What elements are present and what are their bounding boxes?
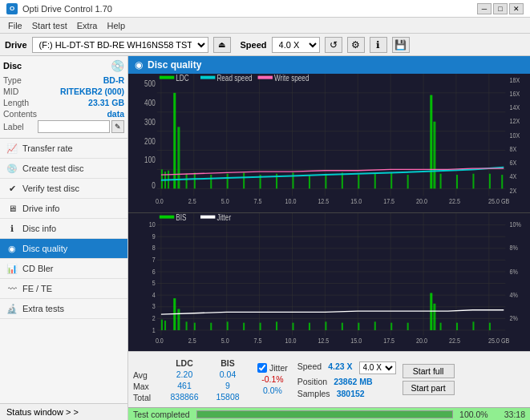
nav-create-test-disc[interactable]: 💿 Create test disc xyxy=(0,159,127,179)
disc-mid-label: MID xyxy=(3,87,18,96)
app-title: Opti Drive Control 1.70 xyxy=(22,4,112,14)
action-buttons: Start full Start part xyxy=(403,364,455,395)
info-button[interactable]: ℹ xyxy=(370,37,387,53)
svg-text:0.0: 0.0 xyxy=(156,335,164,344)
jitter-max: 0.0% xyxy=(257,386,288,395)
svg-rect-136 xyxy=(456,322,458,329)
speed-select-stats[interactable]: 4.0 X xyxy=(359,361,396,374)
svg-text:12.5: 12.5 xyxy=(318,196,329,205)
disc-label-edit-button[interactable]: ✎ xyxy=(111,120,124,133)
progress-percent: 100.0% xyxy=(459,410,488,419)
minimize-button[interactable]: ─ xyxy=(477,3,492,14)
svg-rect-126 xyxy=(309,322,310,329)
start-full-button[interactable]: Start full xyxy=(403,364,455,378)
drivebar: Drive (F:) HL-DT-ST BD-RE WH16NS58 TST4 … xyxy=(0,34,530,56)
bottom-chart-svg: 10 9 8 7 6 5 4 3 2 1 10% 8% 6% 4% 2% xyxy=(128,213,530,352)
svg-text:7: 7 xyxy=(152,255,156,264)
progress-time: 33:18 xyxy=(504,410,525,419)
drive-select[interactable]: (F:) HL-DT-ST BD-RE WH16NS58 TST4 xyxy=(32,37,208,53)
nav-disc-info[interactable]: ℹ Disc info xyxy=(0,219,127,239)
menu-file[interactable]: File xyxy=(3,20,27,31)
menu-extra[interactable]: Extra xyxy=(72,20,103,31)
chart-area: 500 400 300 200 100 0 18X 16X 14X 12X 10… xyxy=(128,74,530,351)
status-window-button[interactable]: Status window > > xyxy=(0,403,127,420)
top-chart: 500 400 300 200 100 0 18X 16X 14X 12X 10… xyxy=(128,74,530,213)
svg-rect-120 xyxy=(210,322,212,329)
progress-bar-fill xyxy=(197,411,452,418)
svg-rect-55 xyxy=(440,174,442,189)
nav-extra-tests[interactable]: 🔬 Extra tests xyxy=(0,299,127,319)
nav-fe-te[interactable]: 〰 FE / TE xyxy=(0,279,127,299)
avg-label: Avg xyxy=(133,370,161,380)
disc-icon: 💿 xyxy=(111,59,124,72)
svg-rect-0 xyxy=(128,74,530,212)
titlebar-left: O Opti Drive Control 1.70 xyxy=(6,3,112,14)
svg-rect-115 xyxy=(164,321,166,330)
menu-start-test[interactable]: Start test xyxy=(27,20,72,31)
speed-label: Speed xyxy=(241,40,267,50)
svg-rect-131 xyxy=(390,322,392,329)
svg-rect-60 xyxy=(160,76,174,79)
bottom-stats-bar: Avg Max Total LDC 2.20 461 838866 BIS 0.… xyxy=(128,351,530,420)
titlebar: O Opti Drive Control 1.70 ─ □ ✕ xyxy=(0,0,530,18)
svg-rect-141 xyxy=(200,215,215,218)
speed-value: 4.23 X xyxy=(328,361,352,374)
menu-help[interactable]: Help xyxy=(102,20,130,31)
svg-rect-121 xyxy=(227,321,229,330)
svg-text:12X: 12X xyxy=(509,116,520,125)
svg-text:4: 4 xyxy=(152,289,156,298)
svg-text:4%: 4% xyxy=(509,289,518,298)
save-button[interactable]: 💾 xyxy=(392,37,410,53)
svg-text:18X: 18X xyxy=(509,75,520,84)
svg-rect-52 xyxy=(407,175,409,188)
refresh-button[interactable]: ↺ xyxy=(325,37,342,53)
maximize-button[interactable]: □ xyxy=(493,3,508,14)
jitter-checkbox[interactable] xyxy=(257,363,267,373)
disc-quality-header-icon: ◉ xyxy=(135,59,143,71)
svg-rect-48 xyxy=(342,172,343,188)
status-window-label: Status window > > xyxy=(6,407,79,417)
samples-value: 380152 xyxy=(337,389,365,398)
settings-button[interactable]: ⚙ xyxy=(347,37,365,53)
svg-rect-33 xyxy=(161,169,163,188)
svg-rect-47 xyxy=(325,174,326,189)
nav-cd-bler[interactable]: 📊 CD Bler xyxy=(0,259,127,279)
svg-rect-39 xyxy=(194,172,196,188)
svg-text:15.0: 15.0 xyxy=(350,196,362,205)
bis-max: 9 xyxy=(208,381,248,390)
eject-button[interactable]: ⏏ xyxy=(213,37,231,53)
svg-text:15.0: 15.0 xyxy=(350,335,362,344)
svg-rect-49 xyxy=(358,175,359,188)
titlebar-controls[interactable]: ─ □ ✕ xyxy=(477,3,524,14)
svg-rect-125 xyxy=(292,322,293,329)
svg-rect-122 xyxy=(243,322,245,329)
disc-contents-row: Contents data xyxy=(3,109,124,119)
speed-pos-section: Speed 4.23 X 4.0 X Position 23862 MB Sam… xyxy=(297,361,396,398)
svg-text:22.5: 22.5 xyxy=(449,196,460,205)
position-label: Position xyxy=(297,377,327,386)
disc-mid-value: RITEKBR2 (000) xyxy=(60,87,124,96)
disc-label-input[interactable] xyxy=(38,120,110,133)
extra-tests-icon: 🔬 xyxy=(6,303,18,314)
disc-label-row: Label ✎ xyxy=(3,120,124,133)
nav-disc-quality[interactable]: ◉ Disc quality xyxy=(0,239,127,259)
start-part-button[interactable]: Start part xyxy=(403,381,455,395)
svg-text:Jitter: Jitter xyxy=(216,213,231,223)
svg-rect-42 xyxy=(243,172,245,188)
nav-transfer-rate[interactable]: 📈 Transfer rate xyxy=(0,139,127,159)
nav-verify-test-disc[interactable]: ✔ Verify test disc xyxy=(0,179,127,199)
app-icon: O xyxy=(6,3,18,14)
jitter-section: Jitter -0.1% 0.0% xyxy=(257,363,288,397)
right-panel: ◉ Disc quality xyxy=(128,56,530,420)
svg-rect-134 xyxy=(433,303,435,329)
svg-rect-129 xyxy=(358,322,359,329)
svg-text:12.5: 12.5 xyxy=(318,335,329,344)
speed-row: Speed 4.23 X 4.0 X xyxy=(297,361,396,374)
nav-drive-info[interactable]: 🖥 Drive info xyxy=(0,199,127,219)
speed-select[interactable]: 4.0 X xyxy=(272,37,320,53)
svg-rect-53 xyxy=(430,95,432,189)
disc-quality-header: ◉ Disc quality xyxy=(128,56,530,74)
svg-text:20.0: 20.0 xyxy=(416,335,427,344)
ldc-header: LDC xyxy=(164,358,204,368)
close-button[interactable]: ✕ xyxy=(509,3,524,14)
